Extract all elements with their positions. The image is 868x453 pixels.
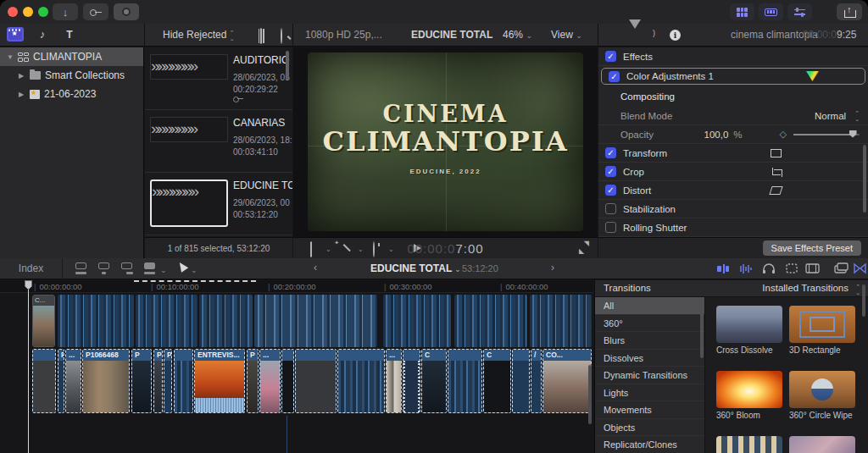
- timeline-clip[interactable]: P: [58, 349, 64, 413]
- timeline-clip[interactable]: P: [247, 349, 259, 413]
- filmstrip-view-button[interactable]: [260, 29, 262, 44]
- connected-clip-segment[interactable]: [530, 295, 592, 347]
- timeline-clip[interactable]: ...: [65, 349, 81, 413]
- timeline-clip[interactable]: [512, 349, 530, 413]
- timeline-clip[interactable]: [295, 349, 337, 413]
- clip-filter-dropdown[interactable]: Hide Rejected ⌃⌄: [163, 29, 235, 41]
- timeline-clip[interactable]: C: [483, 349, 511, 413]
- trim-mode-icon[interactable]: [716, 262, 730, 274]
- inspector-row-color-adjustments-1[interactable]: ✓Color Adjustments 1: [601, 68, 865, 85]
- transition-item-360-bloom[interactable]: 360° Bloom: [716, 371, 784, 420]
- transition-category-replicator-clones[interactable]: Replicator/Clones: [595, 436, 704, 453]
- sidebar-tab-titles[interactable]: T: [61, 27, 78, 41]
- keyword-editor-button[interactable]: [83, 3, 108, 20]
- inspector-tab-color[interactable]: [629, 29, 641, 44]
- inspector-row-crop[interactable]: ✓Crop: [598, 163, 868, 181]
- inspector-row-distort[interactable]: ✓Distort: [598, 181, 868, 200]
- timeline-clip[interactable]: [281, 349, 294, 413]
- inspector-row-rolling-shutter[interactable]: Rolling Shutter: [598, 218, 868, 237]
- transition-item-cross-dissolve[interactable]: Cross Dissolve: [716, 306, 784, 355]
- timeline-clip[interactable]: /: [531, 349, 542, 413]
- inspector-row-blend-mode[interactable]: Blend ModeNormal⌃⌄: [598, 107, 868, 125]
- viewer-zoom-dropdown[interactable]: 46% ⌄: [503, 29, 532, 41]
- connected-clip-segment[interactable]: [383, 295, 451, 347]
- transition-category-movements[interactable]: Movements: [595, 401, 704, 419]
- clip-thumbnail[interactable]: »»»»»»»: [150, 117, 228, 142]
- inspector-row-stabilization[interactable]: Stabilization: [598, 200, 868, 218]
- show-timeline-button[interactable]: [759, 3, 783, 20]
- audio-skimming-icon[interactable]: [739, 262, 753, 274]
- transitions-browser-toggle-icon[interactable]: [854, 262, 866, 274]
- insert-edit-button[interactable]: [97, 262, 112, 274]
- transition-item-3d-rectangle[interactable]: 3D Rectangle: [789, 306, 857, 355]
- timeline-clip[interactable]: ENTREVIS...: [194, 349, 245, 413]
- solo-headphones-icon[interactable]: [762, 262, 776, 274]
- timeline-clip[interactable]: [174, 349, 193, 413]
- browser-clip[interactable]: »»»»»»»EDUCINE TOT29/06/2023, 0000:53:12…: [145, 173, 292, 235]
- timeline-clip[interactable]: P1066468: [82, 349, 130, 413]
- checkbox[interactable]: [605, 203, 616, 214]
- record-voiceover-button[interactable]: [114, 3, 139, 20]
- transitions-grid-scrollbar[interactable]: [862, 285, 865, 317]
- transition-category-lights[interactable]: Lights: [595, 384, 704, 402]
- connect-edit-button[interactable]: [75, 262, 89, 274]
- viewer-view-dropdown[interactable]: View ⌄: [551, 29, 582, 41]
- timeline-clip[interactable]: ...: [386, 349, 402, 413]
- append-edit-button[interactable]: [120, 262, 135, 274]
- snapping-icon[interactable]: [785, 262, 798, 274]
- connected-clip[interactable]: C...: [32, 295, 55, 347]
- transition-category-blurs[interactable]: Blurs: [595, 332, 704, 350]
- connected-clip-segment[interactable]: [254, 295, 377, 347]
- categories-scrollbar[interactable]: [700, 302, 704, 358]
- browser-clip[interactable]: »»»»»»»CANARIAS28/06/2023, 18:00:03:41:1…: [145, 110, 292, 173]
- sidebar-item-climantopia[interactable]: ▼CLIMANTOPIA: [0, 47, 143, 66]
- blend-mode-value[interactable]: Normal: [815, 111, 846, 121]
- clip-skimming-icon[interactable]: [805, 262, 820, 274]
- timeline-ruler[interactable]: 00:00:00:0000:10:00:0000:20:00:0000:30:0…: [0, 280, 593, 293]
- save-effects-preset-button[interactable]: Save Effects Preset: [763, 240, 861, 256]
- timeline-clip[interactable]: P: [153, 349, 163, 413]
- show-browser-button[interactable]: [730, 3, 754, 20]
- transition-item-360-circle-wipe[interactable]: 360° Circle Wipe: [789, 371, 857, 420]
- inspector-scrollbar[interactable]: [863, 145, 866, 213]
- overwrite-edit-button[interactable]: [143, 262, 158, 274]
- disclosure-icon[interactable]: ▶: [19, 91, 25, 98]
- timeline-clip[interactable]: CO...: [542, 349, 592, 413]
- inspector-tab-info[interactable]: i: [670, 29, 681, 41]
- opacity-slider[interactable]: [793, 134, 860, 135]
- checkbox[interactable]: ✓: [605, 147, 616, 158]
- timeline-clip[interactable]: C: [421, 349, 447, 413]
- transition-category-dynamic-transitions[interactable]: Dynamic Transitions: [595, 367, 704, 384]
- timeline-clip[interactable]: P: [164, 349, 172, 413]
- select-tool-button[interactable]: [178, 262, 187, 274]
- inspector-row-opacity[interactable]: Opacity100,0 %◇: [598, 125, 868, 144]
- fullscreen-icon[interactable]: [579, 243, 589, 253]
- previous-project-button[interactable]: ‹: [314, 262, 317, 273]
- timeline-clip[interactable]: [32, 349, 56, 413]
- timeline-clip[interactable]: [337, 349, 385, 413]
- viewer-video-frame[interactable]: CINEMA CLIMANTOPIA EDUCINE, 2022: [308, 52, 583, 231]
- timeline-clip[interactable]: ...: [259, 349, 281, 413]
- sidebar-tab-photos-audio[interactable]: ♪: [34, 27, 51, 41]
- connected-clip-segment[interactable]: [136, 295, 198, 347]
- show-inspector-button[interactable]: [787, 3, 812, 20]
- inspector-row-transform[interactable]: ✓Transform: [598, 144, 868, 163]
- playhead-line[interactable]: [28, 280, 29, 453]
- transition-item[interactable]: [716, 436, 784, 453]
- chevron-down-icon[interactable]: ⌄: [191, 266, 198, 274]
- installed-transitions-dropdown[interactable]: Installed Transitions: [762, 283, 849, 293]
- sidebar-item-21-06-2023[interactable]: ▶21-06-2023: [0, 85, 143, 103]
- clip-thumbnail[interactable]: »»»»»»»: [150, 180, 228, 227]
- slider-value[interactable]: 100,0: [704, 130, 729, 140]
- chevron-down-icon[interactable]: ⌄: [160, 266, 167, 274]
- transition-category-360-[interactable]: 360°: [595, 315, 704, 333]
- checkbox[interactable]: [605, 222, 616, 233]
- checkbox[interactable]: ✓: [605, 185, 616, 196]
- checkbox[interactable]: ✓: [609, 71, 620, 82]
- next-project-button[interactable]: ›: [551, 262, 554, 273]
- minimize-button[interactable]: [23, 7, 33, 17]
- connected-clip-segment[interactable]: [58, 295, 134, 347]
- zoom-button[interactable]: [38, 7, 48, 17]
- clip-thumbnail[interactable]: »»»»»»»: [150, 54, 228, 80]
- timeline-clip[interactable]: [403, 349, 420, 413]
